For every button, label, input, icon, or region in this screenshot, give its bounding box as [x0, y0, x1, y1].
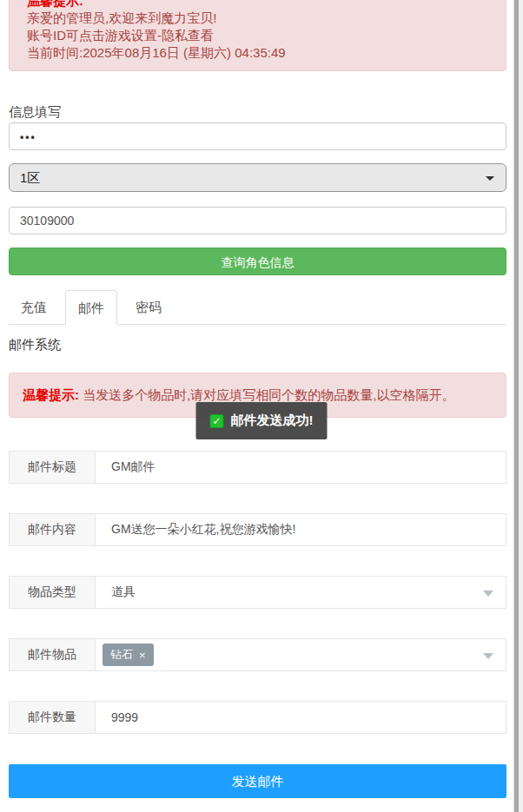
notice-alert: 温馨提示: 亲爱的管理员,欢迎来到魔力宝贝! 账号ID可点击游戏设置-隐私查看 …	[9, 0, 506, 71]
mail-content-row: 邮件内容 GM送您一朵小红花,祝您游戏愉快!	[9, 513, 506, 546]
page-scrollbar[interactable]	[513, 0, 523, 812]
mail-tip-title: 温馨提示:	[23, 387, 79, 402]
gm-panel-page: 温馨提示: 亲爱的管理员,欢迎来到魔力宝贝! 账号ID可点击游戏设置-隐私查看 …	[0, 0, 523, 798]
mail-form: 邮件标题 GM邮件 邮件内容 GM送您一朵小红花,祝您游戏愉快! 物品类型 道具…	[9, 451, 506, 798]
item-type-value: 道具	[111, 584, 136, 600]
mail-item-multiselect[interactable]: 钻石 ×	[96, 638, 506, 671]
password-masked-value: •••	[20, 131, 36, 143]
notice-title: 温馨提示:	[27, 0, 488, 10]
mail-quantity-label: 邮件数量	[9, 701, 96, 734]
checkbox-checked-icon: ✓	[210, 414, 224, 428]
mail-quantity-input[interactable]: 9999	[96, 701, 506, 734]
mail-title-label: 邮件标题	[9, 451, 96, 484]
notice-line-current-time: 当前时间:2025年08月16日 (星期六) 04:35:49	[27, 44, 488, 62]
mail-item-label: 邮件物品	[9, 638, 96, 671]
query-role-button[interactable]: 查询角色信息	[9, 248, 506, 275]
tag-remove-icon[interactable]: ×	[139, 649, 146, 662]
tab-recharge[interactable]: 充值	[9, 290, 59, 324]
server-select-value: 1区	[20, 170, 40, 185]
mail-content-label: 邮件内容	[9, 513, 96, 546]
item-tag: 钻石 ×	[103, 644, 154, 666]
toast-text: 邮件发送成功!	[231, 413, 314, 429]
mail-title-input[interactable]: GM邮件	[96, 451, 506, 484]
item-type-label: 物品类型	[9, 576, 96, 609]
mail-content-value: GM送您一朵小红花,祝您游戏愉快!	[111, 522, 295, 538]
password-input[interactable]: •••	[9, 122, 506, 150]
caret-down-icon	[483, 591, 493, 597]
notice-line-account-id: 账号ID可点击游戏设置-隐私查看	[27, 27, 488, 44]
caret-down-icon	[483, 653, 493, 659]
item-type-row: 物品类型 道具	[9, 576, 506, 609]
item-type-select[interactable]: 道具	[96, 576, 506, 609]
mail-quantity-row: 邮件数量 9999	[9, 701, 506, 734]
scrollbar-thumb[interactable]	[514, 0, 519, 812]
notice-line-welcome: 亲爱的管理员,欢迎来到魔力宝贝!	[27, 10, 488, 27]
mail-content-input[interactable]: GM送您一朵小红花,祝您游戏愉快!	[96, 513, 506, 546]
toast-success: ✓ 邮件发送成功!	[196, 402, 328, 439]
mail-tip-text: 当发送多个物品时,请对应填写相同个数的物品数量,以空格隔开。	[83, 387, 454, 402]
tab-mail[interactable]: 邮件	[65, 290, 117, 325]
tab-bar: 充值 邮件 密码	[9, 290, 506, 325]
info-section-label: 信息填写	[9, 104, 506, 121]
send-mail-button[interactable]: 发送邮件	[9, 764, 506, 798]
role-id-input[interactable]: 30109000	[9, 207, 506, 234]
mail-quantity-value: 9999	[111, 710, 138, 724]
item-tag-text: 钻石	[110, 647, 133, 663]
mail-system-title: 邮件系统	[9, 325, 506, 353]
mail-item-row: 邮件物品 钻石 ×	[9, 638, 506, 671]
tab-password[interactable]: 密码	[123, 290, 174, 324]
role-id-value: 30109000	[20, 214, 74, 228]
mail-title-row: 邮件标题 GM邮件	[9, 451, 506, 484]
server-select[interactable]: 1区	[9, 163, 506, 192]
caret-down-icon	[486, 176, 494, 181]
mail-title-value: GM邮件	[111, 459, 156, 475]
